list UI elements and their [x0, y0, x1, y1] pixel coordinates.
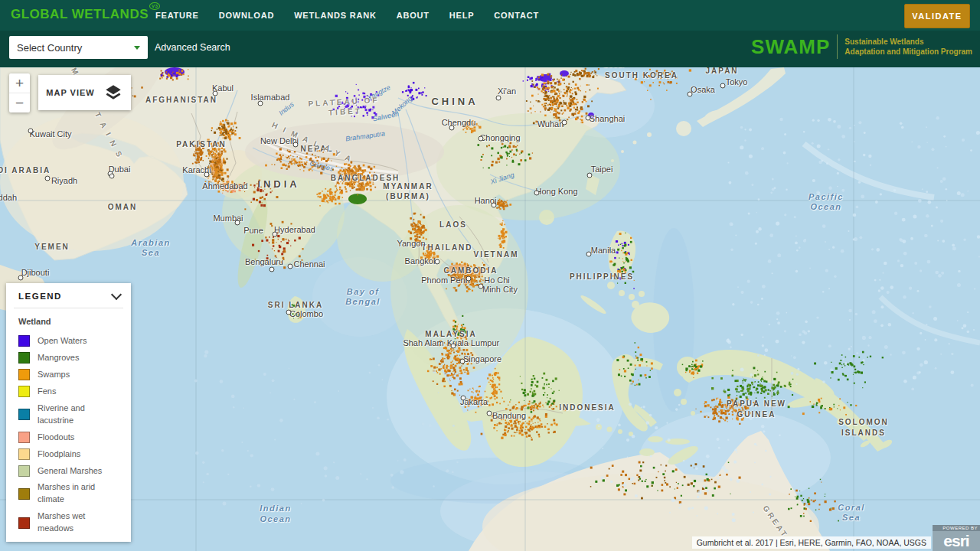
nav-item-wetlands-rank[interactable]: WETLANDS RANK	[294, 11, 377, 20]
global-wetlands-app: CHINAINDIASAUDI ARABIAYEMENOMANPAKISTANA…	[0, 0, 980, 551]
legend-label: Floodouts	[38, 432, 74, 444]
legend-swatch	[18, 335, 30, 347]
legend-label: Fens	[38, 386, 56, 398]
top-navbar: GLOBAL WETLANDSV3 FEATUREDOWNLOADWETLAND…	[0, 0, 980, 31]
legend-item: General Marshes	[18, 465, 123, 478]
legend-label: Marshes wet meadows	[38, 510, 111, 535]
swamp-tagline: Sustainable Wetlands Adaptation and Miti…	[844, 37, 972, 57]
zoom-in-button[interactable]: +	[9, 73, 30, 93]
legend-swatch	[18, 517, 30, 529]
legend-title: LEGEND	[18, 292, 62, 301]
legend-label: Swamps	[38, 369, 70, 381]
legend-swatch	[18, 352, 30, 364]
legend-swatch	[18, 488, 30, 500]
sub-navbar: Select Country Advanced Search SWAMP Sus…	[0, 31, 980, 67]
legend-item: Marshes in arid climate	[18, 481, 123, 506]
legend-items: Open WatersMangrovesSwampsFensRiverine a…	[6, 329, 131, 535]
swamp-branding: SWAMP Sustainable Wetlands Adaptation an…	[751, 34, 972, 59]
nav-item-about[interactable]: ABOUT	[397, 11, 430, 20]
nav-item-contact[interactable]: CONTACT	[494, 11, 539, 20]
legend-panel: LEGEND Wetland Open WatersMangrovesSwamp…	[6, 283, 131, 542]
esri-wordmark: esri	[933, 531, 980, 551]
zoom-control: + −	[9, 73, 30, 112]
advanced-search-link[interactable]: Advanced Search	[155, 42, 230, 53]
basemap-svg	[0, 67, 980, 551]
map-canvas[interactable]	[0, 67, 980, 551]
nav-item-feature[interactable]: FEATURE	[155, 11, 199, 20]
app-logo[interactable]: GLOBAL WETLANDSV3	[11, 7, 159, 22]
legend-label: Riverine and lacustrine	[38, 403, 111, 427]
legend-swatch	[18, 448, 30, 460]
legend-item: Riverine and lacustrine	[18, 403, 123, 427]
map-view-button[interactable]: MAP VIEW	[38, 75, 131, 110]
powered-by-label: POWERED BY	[933, 525, 980, 531]
chevron-down-icon	[134, 46, 140, 50]
legend-label: Mangroves	[38, 352, 79, 364]
nav-item-help[interactable]: HELP	[449, 11, 475, 20]
legend-item: Fens	[18, 386, 123, 398]
validate-button[interactable]: VALIDATE	[904, 4, 970, 28]
legend-swatch	[18, 386, 30, 397]
divider	[837, 34, 838, 59]
legend-item: Open Waters	[18, 335, 123, 347]
legend-item: Marshes wet meadows	[18, 510, 123, 535]
main-nav: FEATUREDOWNLOADWETLANDS RANKABOUTHELPCON…	[155, 0, 539, 31]
legend-item: Floodplains	[18, 448, 123, 461]
legend-item: Floodouts	[18, 432, 123, 444]
country-select-value: Select Country	[17, 42, 82, 54]
legend-item: Mangroves	[18, 352, 123, 364]
legend-label: Open Waters	[38, 335, 87, 347]
country-select[interactable]: Select Country	[9, 36, 148, 59]
legend-header[interactable]: LEGEND	[6, 283, 131, 308]
esri-logo[interactable]: POWERED BY esri	[933, 525, 980, 551]
legend-group-title: Wetland	[6, 308, 131, 329]
chevron-down-icon	[111, 289, 122, 300]
legend-swatch	[18, 465, 30, 477]
map-attribution: Gumbricht et al. 2017 | Esri, HERE, Garm…	[692, 536, 931, 549]
nav-item-download[interactable]: DOWNLOAD	[219, 11, 274, 20]
legend-item: Swamps	[18, 369, 123, 381]
legend-label: Marshes in arid climate	[38, 481, 111, 506]
swamp-acronym: SWAMP	[751, 35, 830, 59]
layers-icon	[103, 83, 123, 103]
legend-swatch	[18, 409, 30, 420]
zoom-out-button[interactable]: −	[9, 93, 30, 112]
legend-swatch	[18, 369, 30, 380]
legend-swatch	[18, 432, 30, 443]
legend-label: General Marshes	[38, 465, 102, 478]
legend-label: Floodplains	[38, 448, 80, 461]
map-view-label: MAP VIEW	[46, 88, 94, 97]
